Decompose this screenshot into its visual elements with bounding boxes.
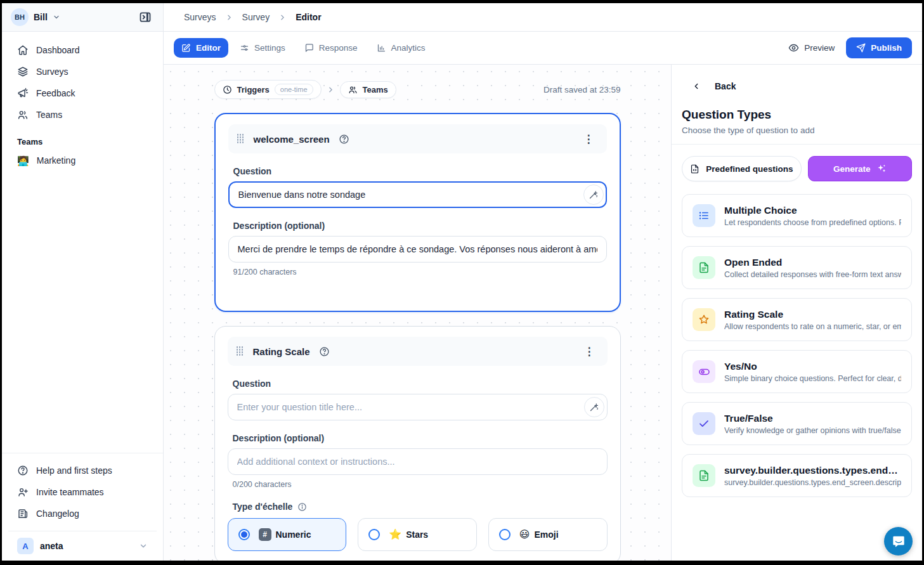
generate-label: Generate: [833, 164, 871, 174]
message-square-icon: [304, 43, 314, 53]
sidebar: BH Bill Dashboard Surveys Feedback: [2, 3, 164, 561]
card-header: welcome_screen ⋮: [228, 124, 607, 153]
tab-analytics[interactable]: Analytics: [369, 38, 433, 58]
scale-option-emoji[interactable]: 😃 Emoji: [488, 518, 608, 551]
type-description: Allow respondents to rate on a numeric, …: [724, 322, 901, 331]
card-title: Rating Scale: [253, 346, 310, 357]
ai-rewrite-button[interactable]: [584, 397, 604, 417]
breadcrumb-survey[interactable]: Survey: [242, 12, 270, 22]
panel-actions: Predefined questions Generate: [672, 145, 922, 188]
type-card-rating-scale[interactable]: Rating Scale Allow respondents to rate o…: [682, 298, 912, 341]
tab-response[interactable]: Response: [297, 38, 365, 58]
question-input[interactable]: [228, 394, 608, 420]
triggers-button[interactable]: Triggers one-time: [214, 80, 322, 99]
type-card-true-false[interactable]: True/False Verify knowledge or gather op…: [682, 402, 912, 445]
scale-option-label: Stars: [406, 529, 428, 540]
generate-button[interactable]: Generate: [808, 156, 912, 181]
send-icon: [856, 43, 866, 53]
question-label: Question: [233, 379, 608, 389]
type-title: True/False: [724, 413, 901, 424]
user-name[interactable]: Bill: [34, 12, 48, 22]
breadcrumb-editor[interactable]: Editor: [296, 12, 321, 22]
sidebar-item-label: Dashboard: [36, 45, 80, 55]
type-card-multiple-choice[interactable]: Multiple Choice Let respondents choose f…: [682, 194, 912, 237]
help-circle-icon[interactable]: [319, 346, 330, 357]
type-description: Simple binary choice questions. Perfect …: [724, 374, 901, 383]
scale-option-label: Emoji: [535, 529, 559, 540]
predefined-questions-button[interactable]: Predefined questions: [682, 156, 802, 181]
avatar[interactable]: BH: [11, 8, 29, 26]
teams-label: Teams: [363, 85, 388, 94]
kebab-menu-icon[interactable]: ⋮: [580, 344, 599, 360]
document-icon: [698, 262, 710, 273]
toggle-icon: [698, 366, 710, 378]
sidebar-toggle-button[interactable]: [136, 8, 154, 26]
teams-button[interactable]: Teams: [340, 81, 396, 98]
sidebar-item-label: Changelog: [36, 509, 79, 519]
question-card-welcome-screen[interactable]: welcome_screen ⋮ Question: [214, 113, 621, 312]
file-icon: [690, 164, 700, 174]
bar-chart-icon: [377, 43, 386, 53]
help-circle-icon[interactable]: [339, 134, 349, 145]
sidebar-item-label: Surveys: [36, 67, 68, 77]
breadcrumb-surveys[interactable]: Surveys: [184, 12, 216, 22]
publish-button[interactable]: Publish: [846, 37, 912, 58]
description-input[interactable]: [228, 236, 607, 263]
sidebar-item-teams[interactable]: Teams: [8, 104, 157, 126]
chat-launcher-button[interactable]: [884, 527, 913, 555]
help-circle-icon: [17, 465, 29, 476]
sidebar-item-marketing[interactable]: 🧑‍💻 Marketing: [2, 150, 163, 171]
org-switcher[interactable]: A aneta: [8, 531, 157, 561]
star-emoji-icon: ⭐: [389, 529, 401, 540]
back-label: Back: [715, 81, 736, 91]
sidebar-header: BH Bill: [2, 3, 163, 32]
sidebar-item-feedback[interactable]: Feedback: [8, 82, 157, 104]
sidebar-item-surveys[interactable]: Surveys: [8, 61, 157, 82]
type-card-yes-no[interactable]: Yes/No Simple binary choice questions. P…: [682, 350, 912, 393]
type-card-open-ended[interactable]: Open Ended Collect detailed responses wi…: [682, 246, 912, 289]
radio-icon: [499, 529, 511, 540]
chevron-right-icon: [225, 13, 233, 22]
drag-handle-icon[interactable]: [237, 346, 244, 356]
question-input[interactable]: [228, 181, 607, 208]
publish-label: Publish: [871, 43, 902, 53]
back-button[interactable]: Back: [672, 65, 922, 91]
preview-button[interactable]: Preview: [781, 37, 842, 58]
sidebar-item-help[interactable]: Help and first steps: [8, 460, 157, 481]
document-icon: [698, 470, 710, 481]
list-icon: [698, 210, 710, 221]
tab-label: Response: [319, 43, 358, 53]
sidebar-item-label: Invite teammates: [36, 487, 104, 497]
chevron-down-icon: [139, 542, 148, 550]
drag-handle-icon[interactable]: [237, 134, 245, 144]
chevron-down-icon[interactable]: [53, 13, 60, 21]
scale-option-numeric[interactable]: # Numeric: [228, 518, 347, 551]
info-icon[interactable]: [297, 502, 307, 512]
scale-option-stars[interactable]: ⭐ Stars: [358, 518, 477, 551]
card-header: Rating Scale ⋮: [228, 337, 608, 366]
predefined-label: Predefined questions: [706, 164, 793, 174]
ai-rewrite-button[interactable]: [583, 185, 604, 205]
sidebar-nav: Dashboard Surveys Feedback Teams: [2, 32, 163, 126]
type-card-end-screen[interactable]: survey.builder.questions.types.end_scr..…: [682, 454, 912, 497]
users-icon: [348, 85, 358, 94]
question-type-list: Multiple Choice Let respondents choose f…: [672, 188, 922, 503]
description-input[interactable]: [228, 448, 608, 475]
tab-settings[interactable]: Settings: [232, 38, 293, 58]
sidebar-item-invite[interactable]: Invite teammates: [8, 481, 157, 503]
type-description: Collect detailed responses with free-for…: [724, 270, 901, 279]
question-types-panel: Back Question Types Choose the type of q…: [671, 65, 922, 561]
tab-editor[interactable]: Editor: [174, 38, 228, 58]
eye-icon: [788, 42, 799, 53]
radio-checked-icon: [238, 529, 250, 540]
tab-label: Analytics: [391, 43, 426, 53]
clock-icon: [223, 85, 232, 94]
magic-wand-icon: [589, 403, 599, 412]
sidebar-item-changelog[interactable]: Changelog: [8, 503, 157, 524]
sidebar-item-dashboard[interactable]: Dashboard: [8, 39, 157, 61]
scale-type-label: Type d'échelle: [233, 502, 608, 512]
kebab-menu-icon[interactable]: ⋮: [580, 131, 598, 147]
question-card-rating-scale[interactable]: Rating Scale ⋮ Question: [214, 326, 621, 561]
panel-collapse-icon: [139, 11, 152, 23]
users-icon: [17, 109, 29, 120]
